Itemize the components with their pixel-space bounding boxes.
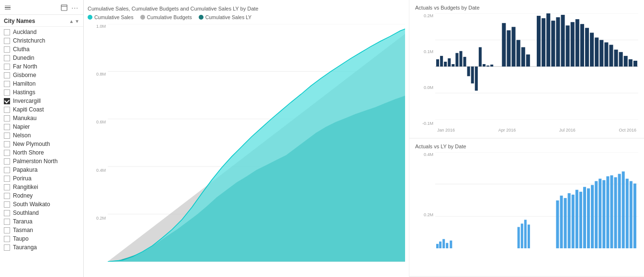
list-item[interactable]: Napier (0, 122, 83, 131)
checkbox[interactable] (4, 46, 10, 53)
svg-rect-87 (614, 177, 617, 248)
checkbox[interactable] (4, 193, 10, 199)
checkbox[interactable] (4, 176, 10, 182)
sort-desc-icon[interactable]: ▼ (75, 19, 79, 24)
sidebar-list[interactable]: AucklandChristchurchCluthaDunedinFar Nor… (0, 27, 83, 277)
list-item[interactable]: Auckland (0, 28, 83, 36)
list-item[interactable]: South Waikato (0, 200, 83, 209)
list-item[interactable]: Hastings (0, 88, 83, 97)
ab-svg (435, 13, 638, 120)
svg-rect-63 (436, 244, 439, 248)
actuals-ly-chart: Actuals vs LY by Date 0.4M 0.2M (409, 139, 644, 277)
svg-rect-74 (564, 198, 567, 248)
sidebar-title-row: City Names ▲ ▼ (0, 15, 83, 27)
list-item[interactable]: Tasman (0, 226, 83, 234)
list-item[interactable]: Tararua (0, 217, 83, 226)
list-item-label: Nelson (13, 132, 31, 139)
svg-rect-84 (602, 180, 605, 248)
svg-rect-37 (526, 55, 530, 66)
svg-rect-70 (524, 220, 527, 249)
list-item-label: South Waikato (13, 201, 50, 208)
list-item[interactable]: Nelson (0, 131, 83, 140)
checkbox[interactable] (4, 244, 10, 251)
more-options-button[interactable]: ··· (70, 3, 79, 12)
y-label: 0.0M (424, 85, 433, 90)
list-item-label: Tauranga (13, 244, 37, 251)
checkbox[interactable] (4, 115, 10, 122)
svg-rect-21 (452, 64, 454, 66)
checkbox[interactable] (4, 236, 10, 242)
list-item[interactable]: Rodney (0, 191, 83, 200)
svg-rect-86 (610, 175, 613, 248)
svg-rect-17 (436, 59, 439, 66)
list-item[interactable]: North Shore (0, 148, 83, 157)
checkbox[interactable] (4, 55, 10, 61)
checkbox[interactable] (4, 133, 10, 139)
list-item[interactable]: Palmerston North (0, 157, 83, 166)
checkbox[interactable] (4, 210, 10, 216)
y-label: 0.4M (424, 152, 433, 157)
x-label: Apr 2016 (498, 128, 516, 133)
checkbox[interactable] (4, 167, 10, 173)
checkbox[interactable] (4, 64, 10, 70)
checkbox[interactable] (4, 29, 10, 35)
svg-rect-69 (521, 223, 523, 248)
checkbox[interactable] (4, 201, 10, 208)
list-item[interactable]: Invercargill (0, 97, 83, 105)
checkbox[interactable] (4, 141, 10, 147)
checkbox[interactable] (4, 98, 10, 104)
svg-rect-79 (583, 187, 586, 248)
checkbox[interactable] (4, 124, 10, 130)
list-item[interactable]: Christchurch (0, 36, 83, 45)
list-item[interactable]: Papakura (0, 166, 83, 174)
sort-asc-icon[interactable]: ▲ (69, 19, 74, 24)
svg-rect-78 (579, 191, 582, 248)
svg-rect-57 (629, 59, 633, 66)
svg-rect-29 (483, 64, 486, 66)
svg-rect-56 (624, 56, 628, 66)
checkbox[interactable] (4, 72, 10, 78)
legend-dot (88, 15, 92, 20)
checkbox[interactable] (4, 158, 10, 165)
list-item[interactable]: Rangitikei (0, 183, 83, 191)
y-label: -0.1M (422, 121, 433, 126)
list-item[interactable]: Clutha (0, 45, 83, 54)
list-item[interactable]: Far North (0, 62, 83, 71)
checkbox[interactable] (4, 89, 10, 96)
list-item-label: Dunedin (13, 55, 34, 61)
list-item[interactable]: Dunedin (0, 54, 83, 62)
hamburger-menu-button[interactable] (4, 5, 11, 11)
actuals-ly-area: 0.4M 0.2M (415, 152, 638, 274)
list-item[interactable]: Southland (0, 209, 83, 217)
list-item[interactable]: Hamilton (0, 79, 83, 88)
expand-button[interactable] (60, 3, 68, 12)
svg-rect-85 (606, 176, 609, 248)
y-label: 0.2M (96, 216, 106, 221)
checkbox[interactable] (4, 184, 10, 190)
svg-rect-91 (630, 181, 633, 248)
hamburger-icon (5, 6, 11, 10)
list-item-label: Hamilton (13, 80, 35, 87)
list-item[interactable]: Taupo (0, 234, 83, 243)
main-content: Cumulative Sales, Cumulative Budgets and… (84, 0, 644, 277)
sidebar-header: ··· (0, 0, 83, 15)
checkbox[interactable] (4, 81, 10, 87)
list-item[interactable]: Gisborne (0, 71, 83, 79)
expand-icon (61, 4, 68, 11)
list-item[interactable]: Tauranga (0, 243, 83, 252)
checkbox[interactable] (4, 227, 10, 233)
svg-rect-82 (595, 181, 598, 248)
list-item[interactable]: Kapiti Coast (0, 105, 83, 114)
checkbox[interactable] (4, 219, 10, 225)
aly-svg (435, 152, 638, 249)
sort-icons: ▲ ▼ (69, 19, 79, 24)
checkbox[interactable] (4, 107, 10, 113)
list-item[interactable]: Porirua (0, 174, 83, 183)
list-item[interactable]: Manukau (0, 114, 83, 122)
charts-row: Cumulative Sales, Cumulative Budgets and… (84, 0, 644, 277)
checkbox[interactable] (4, 38, 10, 44)
checkbox[interactable] (4, 150, 10, 156)
list-item[interactable]: New Plymouth (0, 140, 83, 148)
list-item-label: Kapiti Coast (13, 106, 44, 113)
list-item-label: Tasman (13, 227, 33, 233)
